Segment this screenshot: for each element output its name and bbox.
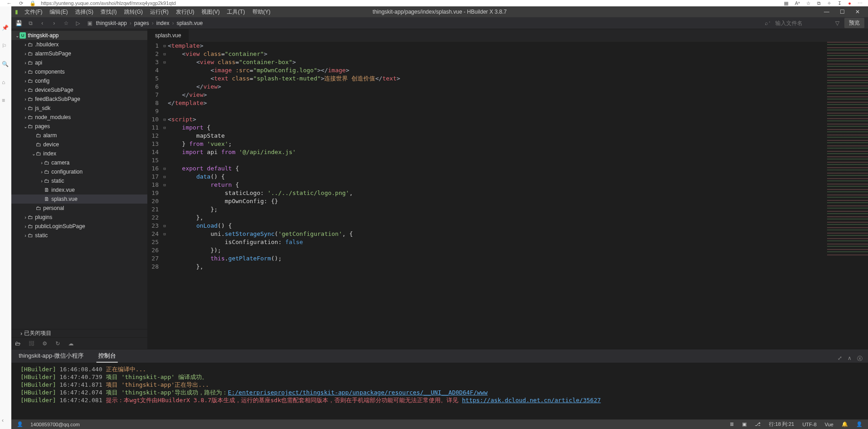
- tree-folder[interactable]: ›🗀config: [11, 76, 147, 85]
- preview-button[interactable]: 预览: [844, 18, 864, 28]
- menu-item[interactable]: 发行(U): [173, 7, 197, 17]
- pin-icon[interactable]: 📌: [2, 25, 9, 32]
- nav-forward-icon[interactable]: ›: [50, 20, 58, 27]
- font-icon[interactable]: Aᵃ: [795, 0, 800, 6]
- folder-icon: 🗀: [28, 232, 33, 239]
- tree-folder[interactable]: ›🗀components: [11, 67, 147, 76]
- indent-icon[interactable]: ≣: [730, 421, 734, 427]
- collapse-icon[interactable]: ∧: [848, 355, 852, 363]
- star-icon[interactable]: ☆: [806, 0, 811, 6]
- tree-folder[interactable]: ›🗀camera: [11, 158, 147, 167]
- menu-item[interactable]: 工具(T): [224, 7, 247, 17]
- tree-folder[interactable]: ›🗀feedBackSubPage: [11, 95, 147, 104]
- debug-icon[interactable]: ⚙: [42, 340, 47, 347]
- menu-item[interactable]: 帮助(Y): [250, 7, 273, 17]
- folder-icon: 🗀: [28, 50, 33, 57]
- tree-folder[interactable]: ›🗀static: [11, 176, 147, 185]
- tree-folder[interactable]: ›🗀api: [11, 58, 147, 67]
- breadcrumb-item[interactable]: splash.vue: [176, 20, 202, 26]
- console-output[interactable]: [HBuilder] 16:46:08.440 正在编译中...[HBuilde…: [11, 363, 868, 419]
- tree-folder[interactable]: ›🗀js_sdk: [11, 104, 147, 113]
- list-icon[interactable]: ≡: [2, 97, 9, 105]
- maximize-button[interactable]: ☐: [835, 9, 849, 15]
- minimize-button[interactable]: —: [820, 9, 833, 15]
- breadcrumb-item[interactable]: index: [156, 20, 170, 26]
- file-search-input[interactable]: [775, 20, 830, 26]
- collections-icon[interactable]: ✧: [827, 0, 831, 6]
- console-tab-console[interactable]: 控制台: [96, 350, 118, 363]
- tree-folder[interactable]: ›🗀deviceSubPage: [11, 85, 147, 95]
- tree-root[interactable]: ⌄ U thingskit-app: [11, 31, 147, 40]
- search-file-icon[interactable]: ⌕⁺: [764, 20, 772, 27]
- editor-area: splash.vue 12345678910111213141516171819…: [148, 29, 868, 349]
- tree-folder[interactable]: ›🗀.hbuilderx: [11, 40, 147, 49]
- favorite-icon[interactable]: ☆: [62, 20, 70, 27]
- save-icon[interactable]: 💾: [15, 20, 22, 27]
- tree-folder[interactable]: ⌄🗀index: [11, 149, 147, 158]
- file-tree: ⌄ U thingskit-app ›🗀.hbuilderx›🗀alarmSub…: [11, 29, 147, 329]
- menu-item[interactable]: 运行(R): [147, 7, 171, 17]
- bell-icon[interactable]: 🔔: [842, 421, 848, 427]
- user-status-icon[interactable]: 👤: [856, 421, 863, 427]
- extension-icon[interactable]: ▦: [784, 0, 788, 6]
- menu-item[interactable]: 选择(S): [72, 7, 96, 17]
- editor-tab[interactable]: splash.vue: [148, 29, 189, 42]
- run-icon[interactable]: ▷: [74, 20, 81, 27]
- tree-folder[interactable]: ›🗀plugins: [11, 213, 147, 222]
- folder-icon[interactable]: 🗁: [15, 340, 20, 347]
- menu-item[interactable]: 跳转(G): [121, 7, 146, 17]
- minimap[interactable]: [827, 42, 868, 255]
- tree-file[interactable]: 🗎splash.vue: [11, 195, 147, 204]
- user-email[interactable]: 1400859700@qq.com: [30, 422, 80, 427]
- chevron-left-icon[interactable]: ‹: [2, 417, 9, 424]
- console-tab-app[interactable]: thingskit-app-微信小程序: [17, 350, 85, 363]
- home-icon[interactable]: ⌂: [2, 79, 9, 86]
- user-icon[interactable]: 👤: [17, 421, 23, 427]
- git-icon[interactable]: ⎇: [755, 421, 761, 427]
- code-editor[interactable]: 1234567891011121314151617181920212223242…: [148, 42, 868, 349]
- tree-folder[interactable]: ›🗀publicLoginSubPage: [11, 222, 147, 231]
- tree-folder[interactable]: 🗀alarm: [11, 131, 147, 140]
- filter-icon[interactable]: ▽: [833, 20, 841, 27]
- tree-folder[interactable]: ›🗀alarmSubPage: [11, 49, 147, 58]
- menu-item[interactable]: 视图(V): [199, 7, 222, 17]
- flag-icon[interactable]: ⚐: [2, 43, 9, 50]
- back-icon[interactable]: ←: [5, 0, 13, 7]
- language[interactable]: Vue: [825, 422, 833, 427]
- reload-icon[interactable]: ⟳: [17, 0, 25, 7]
- expand-icon[interactable]: ⤢: [838, 355, 842, 363]
- tab-icon[interactable]: ⧉: [27, 20, 34, 27]
- tree-folder[interactable]: ›🗀static: [11, 231, 147, 240]
- breadcrumb: ▣ thingskit-app› pages› index› splash.vu…: [86, 20, 203, 27]
- menu-item[interactable]: 文件(F): [22, 7, 45, 17]
- encoding[interactable]: UTF-8: [803, 422, 817, 427]
- code-content[interactable]: <template> <view class="container"> <vie…: [168, 42, 868, 349]
- line-numbers: 1234567891011121314151617181920212223242…: [148, 42, 161, 349]
- nav-back-icon[interactable]: ‹: [39, 20, 46, 27]
- search-icon[interactable]: 🔍: [2, 61, 9, 68]
- closed-projects[interactable]: › 已关闭项目: [11, 329, 147, 337]
- downloads-icon[interactable]: ↧: [838, 0, 842, 6]
- breadcrumb-item[interactable]: thingskit-app: [96, 20, 127, 26]
- close-button[interactable]: ✕: [851, 9, 864, 15]
- tree-file[interactable]: 🗎index.vue: [11, 185, 147, 195]
- cloud-icon[interactable]: ☁: [68, 340, 74, 347]
- menu-icon[interactable]: ⋯: [858, 0, 863, 6]
- folder-icon: 🗀: [44, 178, 50, 184]
- cursor-position[interactable]: 行:18 列:21: [769, 421, 794, 428]
- red-dot-icon[interactable]: ●: [848, 0, 851, 6]
- tree-folder[interactable]: ›🗀configuration: [11, 167, 147, 176]
- breadcrumb-item[interactable]: pages: [134, 20, 149, 26]
- bug-icon[interactable]: ⛆: [29, 340, 34, 347]
- terminal-icon[interactable]: ▣: [742, 421, 747, 427]
- tree-folder[interactable]: ⌄🗀pages: [11, 122, 147, 131]
- sync-icon[interactable]: ↻: [55, 340, 60, 347]
- tree-folder[interactable]: 🗀personal: [11, 204, 147, 213]
- menu-item[interactable]: 查找(I): [98, 7, 119, 17]
- url-text[interactable]: https://yunteng.yuque.com/avshoi/hlzqwf/…: [41, 0, 176, 6]
- menu-item[interactable]: 编辑(E): [47, 7, 70, 17]
- extensions-icon[interactable]: ⧉: [817, 0, 821, 6]
- tree-folder[interactable]: ›🗀node_modules: [11, 113, 147, 122]
- tree-folder[interactable]: 🗀device: [11, 140, 147, 149]
- close-panel-icon[interactable]: ⓧ: [857, 355, 863, 363]
